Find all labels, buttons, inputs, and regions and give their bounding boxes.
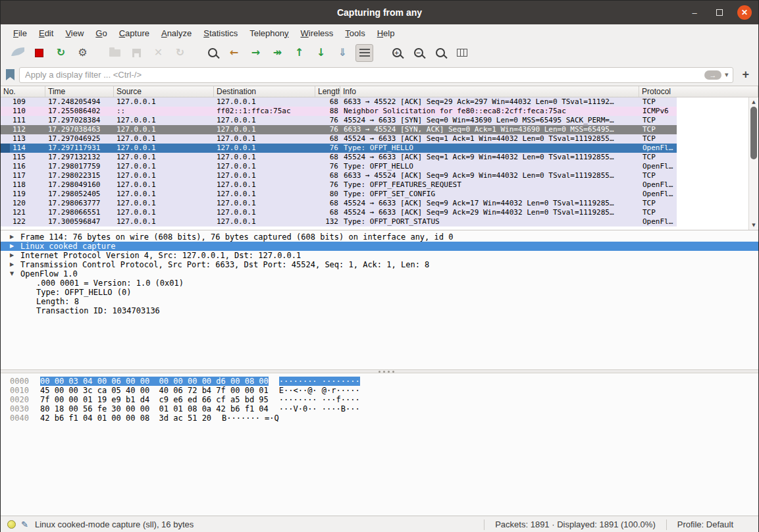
hex-row[interactable]: 001045 00 00 3c ca 05 40 00 40 06 72 b4 … bbox=[1, 386, 758, 395]
packet-row[interactable]: 11717.298022315127.0.0.1127.0.0.1686633 … bbox=[1, 171, 758, 180]
packet-row[interactable]: 11817.298049160127.0.0.1127.0.0.176Type:… bbox=[1, 180, 758, 190]
menu-go[interactable]: Go bbox=[90, 26, 113, 41]
close-button[interactable]: ✕ bbox=[737, 5, 752, 20]
close-file-button[interactable]: ✕ bbox=[149, 44, 167, 62]
capture-comment-icon[interactable]: ✎ bbox=[21, 519, 28, 529]
collapsed-arrow-icon[interactable]: ▶ bbox=[10, 260, 20, 269]
go-first-packet-button[interactable]: ↑ bbox=[290, 44, 308, 62]
packet-row[interactable]: 12017.298063777127.0.0.1127.0.0.16845524… bbox=[1, 199, 758, 208]
hex-ascii[interactable]: ···V·0·· ····B··· bbox=[279, 404, 360, 413]
apply-filter-button[interactable]: → bbox=[704, 70, 721, 80]
hex-bytes[interactable]: 00 00 03 04 00 06 00 00 00 00 00 00 d6 0… bbox=[40, 377, 269, 386]
find-packet-button[interactable] bbox=[203, 44, 221, 62]
menu-edit[interactable]: Edit bbox=[33, 26, 59, 41]
scrollbar-thumb[interactable] bbox=[750, 107, 757, 159]
hex-row[interactable]: 004042 b6 f1 04 01 00 00 08 3d ac 51 20B… bbox=[1, 413, 758, 423]
expanded-arrow-icon[interactable]: ▼ bbox=[10, 269, 20, 279]
hex-bytes[interactable]: 45 00 00 3c ca 05 40 00 40 06 72 b4 7f 0… bbox=[40, 386, 269, 395]
detail-row[interactable]: ▶Frame 114: 76 bytes on wire (608 bits),… bbox=[1, 232, 758, 242]
stop-capture-button[interactable] bbox=[30, 44, 48, 62]
menu-statistics[interactable]: Statistics bbox=[197, 26, 244, 41]
filter-bookmark-icon[interactable] bbox=[6, 69, 14, 80]
open-file-button[interactable] bbox=[106, 44, 124, 62]
resize-columns-button[interactable] bbox=[453, 44, 471, 62]
detail-row[interactable]: ▼OpenFlow 1.0 bbox=[1, 269, 758, 279]
display-filter-input[interactable] bbox=[20, 70, 704, 80]
minimize-button[interactable]: – bbox=[687, 5, 702, 20]
detail-row[interactable]: Type: OFPT_HELLO (0) bbox=[1, 288, 758, 297]
menu-tools[interactable]: Tools bbox=[339, 26, 371, 41]
packet-row[interactable]: 11017.255086402::ff02::1:ffca:75ac88Neig… bbox=[1, 107, 758, 116]
collapsed-arrow-icon[interactable]: ▶ bbox=[10, 232, 20, 242]
column-header-info[interactable]: Info bbox=[340, 86, 639, 97]
menu-help[interactable]: Help bbox=[371, 26, 401, 41]
scrollbar-down-icon[interactable]: ▼ bbox=[749, 223, 758, 228]
hex-row[interactable]: 00207f 00 00 01 19 e9 b1 d4 c9 e6 ed 66 … bbox=[1, 395, 758, 404]
reload-file-button[interactable]: ↻ bbox=[171, 44, 189, 62]
status-profile[interactable]: Profile: Default bbox=[667, 519, 752, 529]
column-header-time[interactable]: Time bbox=[45, 86, 114, 97]
maximize-button[interactable] bbox=[712, 5, 727, 20]
packet-row[interactable]: 11417.297117931127.0.0.1127.0.0.176Type:… bbox=[1, 144, 758, 153]
packet-list-scrollbar[interactable]: ▲ ▼ bbox=[748, 97, 758, 230]
packet-row[interactable]: 12117.298066551127.0.0.1127.0.0.16845524… bbox=[1, 208, 758, 217]
packet-row[interactable]: 10917.248205494127.0.0.1127.0.0.1686633 … bbox=[1, 97, 758, 107]
hex-ascii[interactable]: E··<··@· @·r····· bbox=[279, 386, 360, 395]
filter-dropdown-icon[interactable]: ▾ bbox=[725, 70, 729, 79]
collapsed-arrow-icon[interactable]: ▶ bbox=[10, 242, 20, 251]
menu-capture[interactable]: Capture bbox=[113, 26, 155, 41]
go-back-button[interactable]: ← bbox=[225, 44, 243, 62]
detail-row[interactable]: ▶Transmission Control Protocol, Src Port… bbox=[1, 260, 758, 269]
packet-row[interactable]: 11617.298017759127.0.0.1127.0.0.176Type:… bbox=[1, 162, 758, 171]
go-forward-button[interactable]: → bbox=[247, 44, 265, 62]
hex-ascii[interactable]: B······· =·Q bbox=[222, 413, 284, 423]
menu-analyze[interactable]: Analyze bbox=[155, 26, 197, 41]
titlebar[interactable]: Capturing from any – ✕ bbox=[1, 1, 758, 24]
hex-ascii[interactable]: ········ ···f···· bbox=[279, 395, 360, 404]
column-header-destination[interactable]: Destination bbox=[214, 86, 315, 97]
collapsed-arrow-icon[interactable]: ▶ bbox=[10, 251, 20, 260]
detail-row[interactable]: ▶Internet Protocol Version 4, Src: 127.0… bbox=[1, 251, 758, 260]
save-file-button[interactable] bbox=[128, 44, 145, 62]
scroll-to-bottom-button[interactable]: ⇓ bbox=[334, 44, 352, 62]
detail-row[interactable]: Length: 8 bbox=[1, 297, 758, 306]
scrollbar-up-icon[interactable]: ▲ bbox=[749, 99, 758, 105]
add-filter-button[interactable]: + bbox=[738, 68, 753, 82]
column-header-source[interactable]: Source bbox=[114, 86, 214, 97]
menu-file[interactable]: File bbox=[7, 26, 33, 41]
restart-capture-button[interactable]: ↻ bbox=[52, 44, 70, 62]
auto-scroll-button[interactable] bbox=[355, 44, 373, 62]
packet-row[interactable]: 11517.297132132127.0.0.1127.0.0.16845524… bbox=[1, 153, 758, 162]
maximize-icon bbox=[716, 9, 723, 16]
packet-row[interactable]: 11117.297028384127.0.0.1127.0.0.17645524… bbox=[1, 116, 758, 125]
col-destination: 127.0.0.1 bbox=[214, 217, 315, 226]
hex-ascii[interactable]: ········ ········ bbox=[279, 377, 360, 386]
go-to-packet-button[interactable]: ↠ bbox=[269, 44, 286, 62]
hex-row[interactable]: 000000 00 03 04 00 06 00 00 00 00 00 00 … bbox=[1, 377, 758, 386]
menu-view[interactable]: View bbox=[59, 26, 90, 41]
column-header-no[interactable]: No. bbox=[1, 86, 45, 97]
zoom-out-button[interactable]: − bbox=[409, 44, 427, 62]
start-capture-button[interactable] bbox=[9, 44, 26, 62]
hex-bytes[interactable]: 80 18 00 56 fe 30 00 00 01 01 08 0a 42 b… bbox=[40, 404, 269, 413]
packet-row[interactable]: 11317.297046925127.0.0.1127.0.0.16845524… bbox=[1, 134, 758, 144]
capture-options-button[interactable]: ⚙ bbox=[74, 44, 92, 62]
menu-telephony[interactable]: Telephony bbox=[244, 26, 294, 41]
zoom-in-button[interactable]: + bbox=[388, 44, 406, 62]
hex-row[interactable]: 003080 18 00 56 fe 30 00 00 01 01 08 0a … bbox=[1, 404, 758, 413]
packet-row[interactable]: 12217.300596847127.0.0.1127.0.0.1132Type… bbox=[1, 217, 758, 226]
go-last-packet-button[interactable]: ↓ bbox=[312, 44, 330, 62]
hex-bytes[interactable]: 7f 00 00 01 19 e9 b1 d4 c9 e6 ed 66 cf a… bbox=[40, 395, 269, 404]
packet-row[interactable]: 11917.298052405127.0.0.1127.0.0.180Type:… bbox=[1, 190, 758, 199]
zoom-original-button[interactable] bbox=[431, 44, 449, 62]
expert-info-icon[interactable] bbox=[7, 520, 16, 529]
detail-row[interactable]: Transaction ID: 1034703136 bbox=[1, 306, 758, 315]
column-header-length[interactable]: Length bbox=[315, 86, 340, 97]
col-length: 68 bbox=[315, 153, 340, 162]
menu-wireless[interactable]: Wireless bbox=[295, 26, 340, 41]
hex-bytes[interactable]: 42 b6 f1 04 01 00 00 08 3d ac 51 20 bbox=[40, 413, 211, 423]
column-header-protocol[interactable]: Protocol bbox=[639, 86, 758, 97]
packet-row[interactable]: 11217.297038463127.0.0.1127.0.0.1766633 … bbox=[1, 125, 758, 134]
detail-row[interactable]: ▶Linux cooked capture bbox=[1, 242, 758, 251]
detail-row[interactable]: .000 0001 = Version: 1.0 (0x01) bbox=[1, 279, 758, 288]
